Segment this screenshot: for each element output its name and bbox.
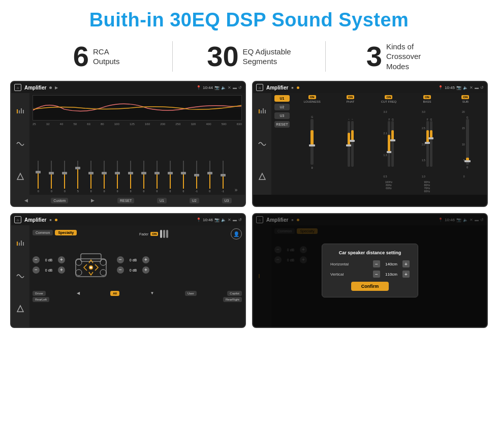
fader-rearleft-btn[interactable]: RearLeft: [33, 297, 49, 302]
eq-slider-14[interactable]: -1: [217, 161, 229, 193]
eq-freq-labels: 253240506380100125160200250320400500630: [33, 123, 242, 126]
home-icon[interactable]: ⌂: [14, 84, 21, 91]
eq-left-sidebar: [11, 93, 29, 195]
fader-specialty-tab[interactable]: Specialty: [55, 230, 77, 235]
crossover-home-icon[interactable]: ⌂: [256, 84, 263, 91]
crossover-back-icon: ↺: [480, 85, 484, 90]
eq-prev-btn[interactable]: ◀: [24, 198, 28, 203]
db3-plus-btn[interactable]: +: [142, 256, 149, 263]
preset-reset-btn[interactable]: RESET: [274, 121, 290, 128]
eq-slider-3[interactable]: 5: [72, 161, 84, 193]
eq-slider-13[interactable]: 0: [204, 161, 215, 193]
db1-minus-btn[interactable]: −: [33, 256, 40, 263]
eq-bottom-bar: ◀ Custom ▶ RESET U1 U2 U3: [11, 195, 245, 206]
car-diagram: [68, 242, 114, 288]
eq-u1-btn[interactable]: U1: [157, 198, 167, 203]
dialog-confirm-btn[interactable]: Confirm: [351, 282, 389, 291]
stat-eq-number: 30: [207, 42, 238, 71]
preset-u2-btn[interactable]: U2: [274, 104, 290, 110]
fader-label: Fader: [139, 232, 148, 236]
dialog-horizontal-plus-btn[interactable]: +: [402, 260, 410, 267]
dialog-horizontal-value: 140cm: [382, 262, 400, 266]
eq-slider-12[interactable]: -1: [191, 161, 202, 193]
dialog-horizontal-label: Horizontal: [330, 262, 349, 266]
fader-driver-btn[interactable]: Driver: [33, 291, 46, 296]
eq-status-left: ⌂ Amplifier ▶: [14, 84, 58, 91]
db2-plus-btn[interactable]: +: [58, 266, 65, 274]
dialog-vertical-control: − 110cm +: [373, 271, 410, 278]
screens-grid: ⌂ Amplifier ▶ 📍 10:44 📷 🔈 ✕ ▬ ↺: [0, 81, 498, 333]
eq-slider-0[interactable]: 0: [33, 161, 44, 193]
svg-marker-10: [259, 173, 265, 180]
ch2-on-badge: ON: [347, 95, 354, 99]
eq-slider-2[interactable]: 0: [59, 161, 71, 193]
eq-slider-5[interactable]: 0: [99, 161, 110, 193]
svg-point-18: [76, 259, 82, 265]
eq-slider-8[interactable]: 0: [138, 161, 150, 193]
db4-plus-btn[interactable]: +: [142, 266, 149, 274]
eq-sidebar-icon-3[interactable]: [15, 171, 26, 182]
svg-rect-9: [265, 110, 266, 113]
eq-slider-10[interactable]: 0: [164, 161, 176, 193]
fader-copilot-btn[interactable]: Copilot: [227, 291, 242, 296]
eq-expand-icon[interactable]: »: [230, 177, 242, 193]
eq-next-btn[interactable]: ▶: [91, 198, 95, 203]
fader-home-icon[interactable]: ⌂: [14, 216, 21, 223]
eq-main-area: 253240506380100125160200250320400500630 …: [29, 93, 245, 195]
eq-slider-6[interactable]: 0: [112, 161, 123, 193]
fader-on-badge[interactable]: ON: [150, 232, 158, 236]
db4-minus-btn[interactable]: −: [117, 266, 124, 274]
crossover-sidebar-icon-2[interactable]: [257, 138, 268, 150]
fader-sidebar-icon-1[interactable]: [15, 238, 26, 249]
fader-dot1: ■: [49, 218, 51, 222]
fader-sidebar-icon-3[interactable]: [15, 303, 26, 314]
stat-rca-number: 6: [73, 42, 89, 71]
db-row-4: − 0 dB +: [117, 266, 149, 274]
svg-rect-6: [259, 109, 260, 113]
fader-sidebar-icon-2[interactable]: [15, 271, 26, 282]
eq-slider-9[interactable]: 0: [151, 161, 163, 193]
eq-u2-btn[interactable]: U2: [190, 198, 199, 203]
fader-user-btn[interactable]: User: [185, 291, 197, 296]
svg-rect-2: [21, 108, 22, 113]
preset-u3-btn[interactable]: U3: [274, 112, 290, 119]
dialog-horizontal-minus-btn[interactable]: −: [373, 260, 380, 267]
person-icon[interactable]: 👤: [231, 228, 242, 240]
dialog-vertical-minus-btn[interactable]: −: [373, 271, 380, 278]
camera-icon: 📷: [214, 85, 220, 90]
dialog-screen: ⌂ Amplifier ■ 📍 10:46 📷 🔈 ✕ ▬ ↺: [252, 213, 488, 328]
db3-minus-btn[interactable]: −: [117, 256, 124, 263]
fader-screen: ⌂ Amplifier ■ 📍 10:46 📷 🔈 ✕ ▬ ↺: [10, 213, 246, 328]
db-row-3: − 0 dB +: [117, 256, 149, 263]
stat-crossover-number: 3: [366, 42, 382, 71]
eq-custom-btn[interactable]: Custom: [51, 198, 68, 203]
fader-common-tab[interactable]: Common: [33, 230, 53, 235]
dialog-vertical-plus-btn[interactable]: +: [402, 271, 410, 278]
eq-slider-11[interactable]: 0: [177, 161, 189, 193]
stat-rca-label: RCA Outputs: [93, 47, 120, 67]
fader-rearright-btn[interactable]: RearRight: [223, 297, 242, 302]
eq-sidebar-icon-1[interactable]: [15, 106, 26, 117]
fader-sidebar: [11, 225, 29, 327]
db2-minus-btn[interactable]: −: [33, 266, 40, 274]
eq-slider-7[interactable]: 0: [125, 161, 137, 193]
eq-slider-1[interactable]: 0: [46, 161, 57, 193]
crossover-sidebar-icon-1[interactable]: [257, 106, 268, 117]
eq-reset-btn[interactable]: RESET: [117, 198, 134, 203]
db2-value: 0 dB: [41, 268, 56, 272]
fader-mini-2: [163, 230, 165, 238]
eq-slider-4[interactable]: 0: [85, 161, 97, 193]
fader-app-name: Amplifier: [24, 217, 46, 223]
ch5-label: SUB: [462, 100, 469, 103]
crossover-dot2: [297, 86, 299, 89]
crossover-rect-icon: ▬: [475, 85, 479, 90]
preset-u1-btn[interactable]: U1: [274, 95, 290, 102]
eq-u3-btn[interactable]: U3: [222, 198, 232, 203]
eq-sidebar-icon-2[interactable]: [15, 138, 26, 150]
crossover-gps-icon: 📍: [438, 85, 443, 90]
ch4-label: BASS: [423, 100, 431, 103]
db1-plus-btn[interactable]: +: [58, 256, 65, 263]
fader-all-btn[interactable]: All: [110, 291, 119, 296]
crossover-sidebar-icon-3[interactable]: [257, 171, 268, 182]
ch1-label: LOUDNESS: [304, 100, 321, 103]
